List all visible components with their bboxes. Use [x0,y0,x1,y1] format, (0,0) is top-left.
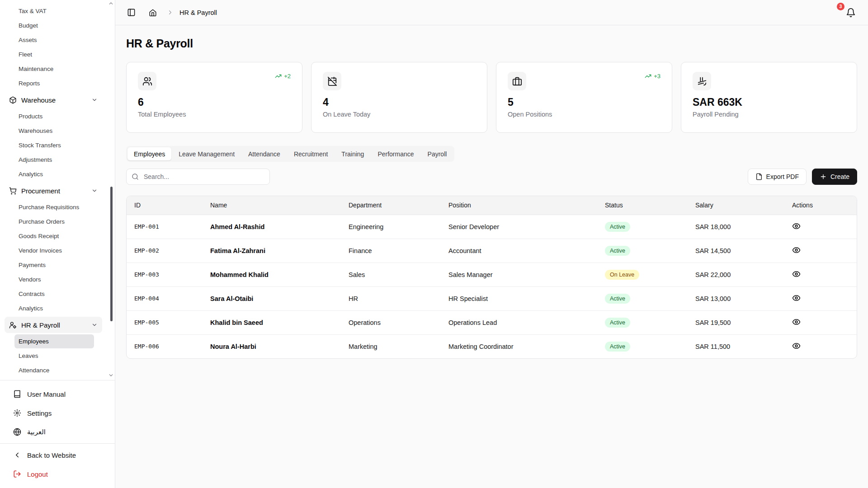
sidebar-item-tax-vat[interactable]: Tax & VAT [14,4,94,18]
cell-department: Finance [341,239,441,263]
employee-row: EMP-003Mohammed KhalidSalesSales Manager… [127,263,857,286]
column-header-position: Position [441,196,597,215]
stat-card-top: +3 [508,72,660,90]
footer-item-label: Settings [27,409,52,417]
cell-employee-id: EMP-003 [127,263,203,286]
create-button[interactable]: Create [812,169,857,185]
footer-item-label: Back to Website [27,451,76,459]
table-toolbar: Export PDF Create [126,169,857,185]
cell-status: Active [597,286,688,310]
sidebar-item-maintenance[interactable]: Maintenance [14,62,94,76]
sidebar-section-procurement[interactable]: Procurement [5,183,102,199]
column-header-salary: Salary [688,196,784,215]
view-employee-button[interactable] [792,342,801,350]
cell-department: Marketing [341,334,441,358]
cell-position: Operations Lead [441,310,597,334]
cell-employee-name: Noura Al-Harbi [203,334,341,358]
view-employee-button[interactable] [792,294,801,302]
column-header-id: ID [127,196,203,215]
sidebar-footer-settings[interactable]: Settings [0,404,115,422]
main-area: HR & Payroll 3 HR & Payroll +26Total Emp… [115,0,868,488]
sidebar-footer-back-to-website[interactable]: Back to Website [0,446,115,465]
user-gear-icon [9,321,17,329]
cell-employee-name: Fatima Al-Zahrani [203,239,341,263]
stat-value: 4 [323,96,476,108]
sidebar-item-employees[interactable]: Employees [14,334,94,348]
search-box [126,169,270,185]
table-body: EMP-001Ahmed Al-RashidEngineeringSenior … [127,215,857,358]
status-badge: Active [605,294,630,304]
calendar-off-icon [323,72,341,90]
cell-employee-name: Mohammed Khalid [203,263,341,286]
sidebar-item-warehouses[interactable]: Warehouses [14,124,94,138]
tabs-row: EmployeesLeave ManagementAttendanceRecru… [126,146,857,162]
sidebar-item-contracts[interactable]: Contracts [14,287,94,301]
breadcrumb: HR & Payroll [127,8,217,17]
users-icon [138,72,156,90]
tab-attendance[interactable]: Attendance [242,147,287,160]
sidebar-section-label: HR & Payroll [21,321,87,329]
cell-salary: SAR 22,000 [688,263,784,286]
cell-employee-name: Ahmed Al-Rashid [203,215,341,239]
sidebar-item-adjustments[interactable]: Adjustments [14,153,94,167]
sidebar-item-vendor-invoices[interactable]: Vendor Invoices [14,244,94,258]
sidebar-item-analytics[interactable]: Analytics [14,301,94,315]
employee-row: EMP-005Khalid bin SaeedOperationsOperati… [127,310,857,334]
home-icon[interactable] [149,9,157,17]
export-pdf-button[interactable]: Export PDF [748,169,807,185]
sidebar-item-assets[interactable]: Assets [14,33,94,47]
sidebar-item-goods-receipt[interactable]: Goods Receipt [14,229,94,243]
cell-department: Engineering [341,215,441,239]
tab-recruitment[interactable]: Recruitment [288,147,334,160]
status-badge: Active [605,222,630,232]
sidebar-scrollbar-thumb[interactable] [110,187,113,321]
sidebar-scroll-down-icon[interactable] [108,372,114,378]
search-input[interactable] [126,169,270,185]
sidebar-item-fleet[interactable]: Fleet [14,47,94,61]
sidebar-section-warehouse[interactable]: Warehouse [5,92,102,108]
sidebar-item-attendance[interactable]: Attendance [14,363,94,377]
column-header-status: Status [597,196,688,215]
sidebar-scroll-up-icon[interactable] [108,0,114,6]
view-employee-button[interactable] [792,318,801,326]
status-badge: Active [605,342,630,352]
notifications-button[interactable]: 3 [846,8,856,18]
tab-training[interactable]: Training [335,147,370,160]
export-pdf-label: Export PDF [766,173,799,180]
cart-icon [9,187,17,195]
tab-leave-management[interactable]: Leave Management [172,147,241,160]
sidebar-item-budget[interactable]: Budget [14,19,94,33]
tab-payroll[interactable]: Payroll [421,147,453,160]
column-header-name: Name [203,196,341,215]
employees-table-card: IDNameDepartmentPositionStatusSalaryActi… [126,196,857,359]
trend-value: +3 [654,73,660,80]
briefcase-icon [508,72,526,90]
cell-employee-id: EMP-002 [127,239,203,263]
sidebar-footer-language[interactable]: العربية [0,422,115,441]
sidebar-item-leaves[interactable]: Leaves [14,349,94,363]
sidebar-footer-user-manual[interactable]: User Manual [0,385,115,404]
chevron-down-icon [91,322,98,328]
view-employee-button[interactable] [792,270,801,278]
sidebar-item-payments[interactable]: Payments [14,258,94,272]
sidebar-toggle-icon[interactable] [127,8,136,17]
sidebar-item-stock-transfers[interactable]: Stock Transfers [14,138,94,152]
tab-employees[interactable]: Employees [127,147,171,160]
footer-item-label: Logout [27,470,48,478]
cell-actions [784,263,857,286]
sidebar-section-label: Procurement [21,187,87,195]
view-employee-button[interactable] [792,246,801,254]
sidebar-footer-logout[interactable]: Logout [0,465,115,483]
sidebar-item-analytics[interactable]: Analytics [14,167,94,181]
sidebar-item-reports[interactable]: Reports [14,76,94,90]
cell-salary: SAR 18,000 [688,215,784,239]
stat-card-payroll-pending: SAR 663KPayroll Pending [681,62,857,133]
sidebar-item-purchase-requisitions[interactable]: Purchase Requisitions [14,200,94,214]
tab-performance[interactable]: Performance [371,147,420,160]
status-badge: On Leave [605,270,639,280]
sidebar-item-vendors[interactable]: Vendors [14,272,94,286]
sidebar-section-hr-payroll[interactable]: HR & Payroll [5,317,102,333]
sidebar-item-products[interactable]: Products [14,109,94,123]
view-employee-button[interactable] [792,222,801,230]
sidebar-item-purchase-orders[interactable]: Purchase Orders [14,215,94,229]
